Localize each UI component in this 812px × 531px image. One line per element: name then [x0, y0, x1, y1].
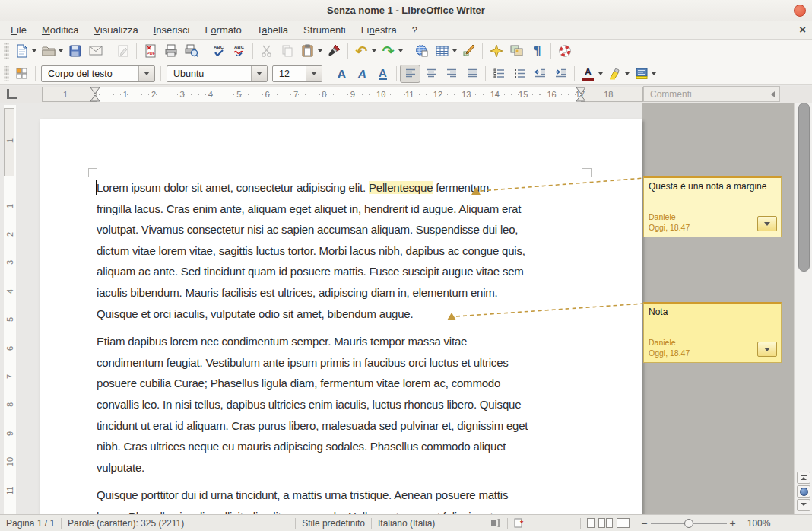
undo-button[interactable]: ↶ — [351, 42, 372, 60]
gallery-button[interactable] — [506, 42, 527, 60]
spelling-button[interactable]: ABC — [208, 42, 229, 60]
text-line[interactable]: aliquam ac ante. Sed tincidunt quam id p… — [97, 261, 591, 282]
navigator-button[interactable] — [486, 42, 506, 60]
text-line[interactable]: Lorem ipsum dolor sit amet, consectetur … — [97, 177, 591, 199]
zoom-handle[interactable] — [684, 519, 693, 528]
auto-spellcheck-button[interactable]: ABC — [229, 42, 249, 60]
window-button-icon[interactable] — [794, 5, 806, 17]
vertical-ruler[interactable]: 1 1234567891011 — [4, 105, 16, 514]
word-count-status[interactable]: Parole (caratteri): 325 (2211) — [62, 518, 190, 529]
page-number-status[interactable]: Pagina 1 / 1 — [0, 518, 61, 529]
font-name-dropdown[interactable] — [251, 66, 267, 81]
comment-menu-button[interactable] — [757, 342, 777, 357]
paste-button[interactable] — [297, 42, 318, 60]
menu-item[interactable]: Finestra — [354, 21, 404, 39]
margin-comment[interactable]: Questa è una nota a margine Daniele Oggi… — [643, 176, 782, 237]
page-style-status[interactable]: Stile predefinito — [296, 518, 371, 529]
copy-button[interactable] — [277, 42, 297, 60]
export-pdf-button[interactable]: PDF — [140, 42, 160, 60]
text-line[interactable]: fringilla lacus. Cras enim ante, aliquam… — [97, 199, 591, 220]
menu-item[interactable]: ? — [404, 21, 425, 39]
paragraph-3[interactable]: Quisque porttitor dui id urna tincidunt,… — [97, 485, 591, 514]
zoom-out-icon[interactable]: − — [641, 517, 647, 529]
vertical-scrollbar[interactable] — [794, 103, 812, 514]
insert-table-button[interactable] — [432, 42, 452, 60]
text-line[interactable]: iaculis bibendum. Mauris facilisis est u… — [97, 282, 591, 304]
increase-indent-button[interactable] — [550, 65, 571, 83]
indent-marker[interactable] — [90, 87, 100, 102]
title-bar[interactable]: Senza nome 1 - LibreOffice Writer — [0, 0, 812, 21]
save-button[interactable] — [65, 42, 85, 60]
previous-page-button[interactable] — [797, 472, 810, 484]
send-email-button[interactable] — [85, 42, 106, 60]
comment-anchor-highlight[interactable]: Pellentesque — [369, 181, 433, 194]
comment-text[interactable]: Nota — [649, 307, 776, 317]
align-left-button[interactable] — [400, 65, 420, 83]
zoom-slider[interactable]: − + — [641, 517, 735, 529]
unordered-list-button[interactable] — [509, 65, 530, 83]
comment-text[interactable]: Questa è una nota a margine — [649, 181, 776, 192]
styles-panel-button[interactable] — [11, 65, 32, 83]
clone-formatting-button[interactable] — [324, 42, 344, 60]
menu-item[interactable]: File — [3, 21, 34, 39]
zoom-track[interactable] — [651, 523, 727, 524]
decrease-indent-button[interactable] — [530, 65, 550, 83]
undo-dropdown-icon[interactable] — [372, 49, 376, 52]
text-line[interactable]: volutpat. Vivamus consectetur nisi ac sa… — [97, 219, 591, 240]
paragraph-2[interactable]: Etiam dapibus lorem nec condimentum semp… — [97, 331, 591, 478]
zoom-percent-status[interactable]: 100% — [741, 518, 777, 529]
text-line[interactable]: Etiam dapibus lorem nec condimentum semp… — [97, 331, 591, 352]
text-line[interactable]: Quisque porttitor dui id urna tincidunt,… — [97, 485, 591, 506]
paragraph-style-dropdown[interactable] — [138, 66, 154, 81]
hyperlink-button[interactable] — [411, 42, 432, 60]
text-line[interactable]: dictum vitae lorem vitae, sagittis luctu… — [97, 240, 591, 262]
book-view-button[interactable] — [617, 518, 630, 528]
insert-mode-status[interactable] — [484, 519, 507, 527]
navigation-button[interactable] — [797, 485, 810, 498]
paragraph-background-dropdown-icon[interactable] — [652, 72, 656, 75]
menu-item[interactable]: Formato — [197, 21, 249, 39]
font-color-button[interactable]: A — [578, 65, 598, 83]
tab-stop-type-selector[interactable] — [7, 89, 17, 99]
zoom-in-icon[interactable]: + — [730, 517, 736, 529]
scrollbar-thumb[interactable] — [798, 103, 810, 272]
right-indent-marker[interactable] — [576, 87, 585, 102]
single-page-view-button[interactable] — [587, 518, 595, 528]
multi-page-view-button[interactable] — [598, 518, 613, 528]
font-name-combobox[interactable]: Ubuntu — [167, 65, 268, 82]
highlight-dropdown-icon[interactable] — [625, 72, 630, 75]
font-color-dropdown-icon[interactable] — [598, 72, 603, 75]
text-column[interactable]: Lorem ipsum dolor sit amet, consectetur … — [97, 177, 591, 514]
menu-item[interactable]: Tabella — [249, 21, 296, 39]
cut-button[interactable] — [256, 42, 277, 60]
paragraph-background-button[interactable] — [631, 65, 652, 83]
close-document-icon[interactable]: × — [799, 22, 806, 37]
text-line[interactable]: condimentum feugiat. Vestibulum ante ips… — [97, 352, 591, 374]
paragraph-1[interactable]: Lorem ipsum dolor sit amet, consectetur … — [97, 177, 591, 324]
toolbar-grip[interactable] — [4, 43, 9, 59]
document-modified-status[interactable]: * — [508, 518, 531, 528]
print-preview-button[interactable] — [181, 42, 201, 60]
document-page[interactable]: Lorem ipsum dolor sit amet, consectetur … — [40, 119, 642, 514]
edit-file-button[interactable] — [113, 42, 133, 60]
language-status[interactable]: Italiano (Italia) — [372, 518, 441, 529]
paste-dropdown-icon[interactable] — [318, 49, 322, 52]
align-right-button[interactable] — [441, 65, 462, 83]
highlight-color-button[interactable] — [604, 65, 625, 83]
menu-item[interactable]: Visualizza — [86, 21, 145, 39]
font-size-dropdown[interactable] — [306, 66, 322, 81]
text-line[interactable]: convallis leo. In nisi tellus, dapibus u… — [97, 394, 591, 415]
ordered-list-button[interactable] — [489, 65, 509, 83]
formatting-marks-button[interactable]: ¶ — [527, 42, 547, 60]
text-line[interactable]: nibh. Cras ultrices neque eu mauris adip… — [97, 436, 591, 457]
text-line[interactable]: tincidunt ut erat id aliquam. Cras purus… — [97, 415, 591, 437]
redo-button[interactable]: ↷ — [378, 42, 398, 60]
toolbar-grip[interactable] — [4, 66, 9, 81]
text-line[interactable]: lacus. Phasellus iaculis sollicitudin el… — [97, 506, 591, 514]
menu-item[interactable]: Inserisci — [146, 21, 198, 39]
menu-item[interactable]: Strumenti — [296, 21, 354, 39]
help-button[interactable] — [554, 42, 575, 60]
bold-button[interactable]: A — [331, 65, 352, 83]
text-line[interactable]: posuere cubilia Curae; Phasellus ligula … — [97, 373, 591, 394]
comments-ruler-button[interactable]: Commenti — [643, 86, 780, 102]
